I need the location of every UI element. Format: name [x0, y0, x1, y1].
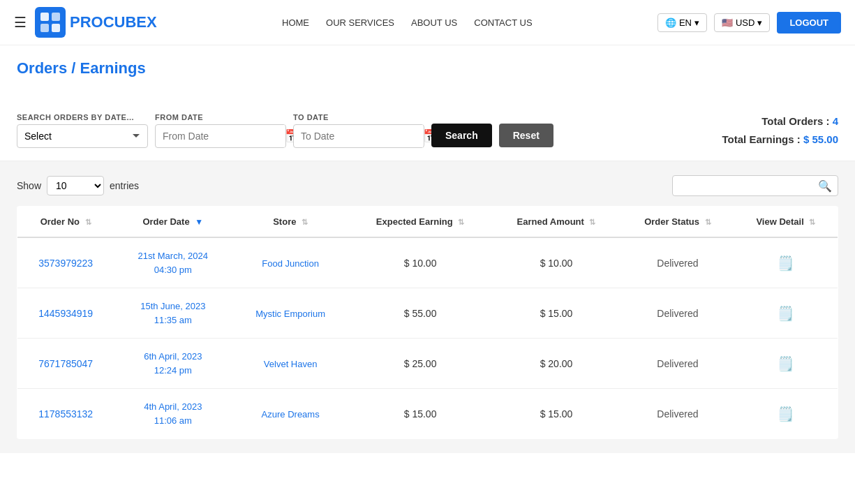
page-title: Orders / Earnings: [17, 59, 838, 77]
svg-rect-1: [52, 13, 60, 21]
view-detail-button-0[interactable]: 🗒️: [777, 255, 794, 272]
total-earnings-label: Total Earnings :: [722, 133, 803, 145]
svg-rect-3: [52, 24, 60, 32]
logo: PROCUBEX: [35, 7, 157, 38]
table-search-input[interactable]: [678, 176, 818, 195]
flag-icon: 🇺🇸: [722, 17, 733, 28]
lang-chevron-icon: ▾: [694, 17, 699, 28]
expected-earning-value-1: $ 55.00: [404, 308, 437, 319]
col-order-no[interactable]: Order No ⇅: [17, 207, 114, 238]
nav-services[interactable]: OUR SERVICES: [326, 17, 394, 28]
table-row: 1445934919 15th June, 202311:35 am Mysti…: [17, 288, 838, 339]
cell-store-2: Velvet Haven: [232, 339, 349, 389]
from-date-input[interactable]: [163, 125, 285, 147]
cell-view-detail-3: 🗒️: [734, 389, 838, 439]
cell-earned-amount-1: $ 15.00: [491, 288, 621, 339]
view-detail-button-2[interactable]: 🗒️: [777, 355, 794, 372]
store-link-3[interactable]: Azure Dreams: [262, 409, 320, 420]
col-earned-amount[interactable]: Earned Amount ⇅: [491, 207, 621, 238]
order-no-link-2[interactable]: 7671785047: [38, 358, 93, 369]
col-store[interactable]: Store ⇅: [232, 207, 349, 238]
order-no-link-0[interactable]: 3573979223: [38, 258, 93, 269]
from-date-label: FROM DATE: [155, 113, 286, 121]
svg-rect-0: [40, 13, 49, 21]
earned-amount-value-0: $ 10.00: [540, 258, 573, 269]
total-earnings-value: $ 55.00: [803, 133, 838, 145]
earned-amount-value-3: $ 15.00: [540, 408, 573, 420]
total-orders-label: Total Orders :: [761, 115, 832, 127]
order-no-link-3[interactable]: 1178553132: [38, 408, 93, 420]
order-date-3: 4th April, 202311:06 am: [122, 400, 223, 427]
nav-home[interactable]: HOME: [282, 17, 309, 28]
to-date-input[interactable]: [301, 125, 423, 147]
logo-svg: [39, 11, 61, 34]
logo-text: PROCUBEX: [70, 13, 157, 31]
reset-button[interactable]: Reset: [499, 124, 553, 147]
entries-label: entries: [110, 180, 139, 191]
entries-select[interactable]: 10 25 50 100: [47, 176, 104, 195]
status-badge-3: Delivered: [657, 408, 698, 420]
table-header-row: Order No ⇅ Order Date ▼ Store ⇅ Expected…: [17, 207, 838, 238]
cell-order-no-0: 3573979223: [17, 237, 114, 288]
store-link-0[interactable]: Food Junction: [262, 258, 319, 269]
nav-about[interactable]: ABOUT US: [411, 17, 457, 28]
header-left: ☰ PROCUBEX: [14, 7, 157, 38]
col-order-status-sort-icon: ⇅: [705, 218, 711, 226]
view-detail-button-1[interactable]: 🗒️: [777, 305, 794, 322]
header: ☰ PROCUBEX HOME OUR SERVICES ABOUT US CO…: [0, 0, 855, 45]
col-order-date-label: Order Date: [142, 216, 189, 227]
expected-earning-value-2: $ 25.00: [404, 358, 437, 369]
cell-view-detail-2: 🗒️: [734, 339, 838, 389]
table-header: Order No ⇅ Order Date ▼ Store ⇅ Expected…: [17, 207, 838, 238]
cell-order-date-2: 6th April, 202312:24 pm: [114, 339, 232, 389]
logo-icon: [35, 7, 66, 38]
nav-contact[interactable]: CONTACT US: [474, 17, 532, 28]
cell-expected-earning-1: $ 55.00: [349, 288, 491, 339]
filter-group-select: SEARCH ORDERS BY DATE... Select: [17, 113, 148, 148]
col-expected-earning-label: Expected Earning: [376, 216, 453, 227]
currency-chevron-icon: ▾: [757, 17, 762, 28]
currency-button[interactable]: 🇺🇸 USD ▾: [714, 13, 770, 32]
table-search-button[interactable]: 🔍: [818, 179, 832, 193]
status-badge-0: Delivered: [657, 258, 698, 269]
col-store-label: Store: [273, 216, 296, 227]
to-date-label: TO DATE: [293, 113, 424, 121]
from-date-wrapper: 📅: [155, 124, 286, 148]
order-date-1: 15th June, 202311:35 am: [122, 299, 223, 327]
filter-select-dropdown[interactable]: Select: [17, 124, 148, 148]
table-section: Show 10 25 50 100 entries 🔍 Order No ⇅ O…: [0, 161, 855, 453]
expected-earning-value-3: $ 15.00: [404, 408, 437, 420]
cell-order-no-1: 1445934919: [17, 288, 114, 339]
globe-icon: 🌐: [665, 17, 676, 28]
search-button[interactable]: Search: [431, 124, 492, 147]
col-order-status[interactable]: Order Status ⇅: [621, 207, 734, 238]
expected-earning-value-0: $ 10.00: [404, 258, 437, 269]
col-order-status-label: Order Status: [644, 216, 699, 227]
hamburger-icon[interactable]: ☰: [14, 14, 27, 31]
col-view-detail[interactable]: View Detail ⇅: [734, 207, 838, 238]
filter-row: SEARCH ORDERS BY DATE... Select FROM DAT…: [17, 112, 838, 148]
totals-section: Total Orders : 4 Total Earnings : $ 55.0…: [722, 112, 838, 148]
language-button[interactable]: 🌐 EN ▾: [657, 13, 707, 32]
total-earnings-line: Total Earnings : $ 55.00: [722, 131, 838, 149]
col-order-date[interactable]: Order Date ▼: [114, 207, 232, 238]
cell-view-detail-1: 🗒️: [734, 288, 838, 339]
store-link-2[interactable]: Velvet Haven: [264, 359, 318, 369]
order-no-link-1[interactable]: 1445934919: [38, 308, 93, 319]
order-date-2: 6th April, 202312:24 pm: [122, 350, 223, 377]
logout-button[interactable]: LOGOUT: [777, 12, 841, 34]
cell-earned-amount-0: $ 10.00: [491, 237, 621, 288]
col-order-date-sort-icon: ▼: [195, 217, 203, 227]
order-date-0: 21st March, 202404:30 pm: [122, 249, 223, 276]
view-detail-button-3[interactable]: 🗒️: [777, 406, 794, 422]
cell-expected-earning-2: $ 25.00: [349, 339, 491, 389]
total-orders-line: Total Orders : 4: [722, 112, 838, 131]
col-expected-earning-sort-icon: ⇅: [458, 218, 464, 226]
cell-earned-amount-3: $ 15.00: [491, 389, 621, 439]
table-row: 1178553132 4th April, 202311:06 am Azure…: [17, 389, 838, 439]
cell-earned-amount-2: $ 20.00: [491, 339, 621, 389]
page-content: Orders / Earnings: [0, 45, 855, 103]
col-expected-earning[interactable]: Expected Earning ⇅: [349, 207, 491, 238]
store-link-1[interactable]: Mystic Emporium: [255, 309, 325, 319]
filter-group-to-date: TO DATE 📅: [293, 113, 424, 148]
